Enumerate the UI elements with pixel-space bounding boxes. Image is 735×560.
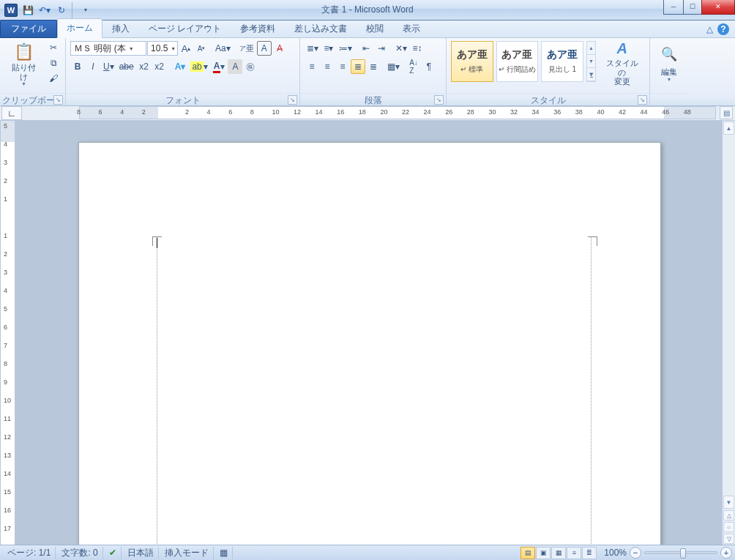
zoom-slider[interactable]	[644, 551, 717, 554]
scroll-more-icon[interactable]: ▼̲	[587, 68, 596, 81]
scroll-up-icon[interactable]: ▲	[587, 42, 596, 55]
underline-icon[interactable]: U▾	[101, 59, 116, 74]
view-draft-icon[interactable]: ≣	[582, 547, 597, 559]
align-left-icon[interactable]: ≡	[305, 59, 319, 74]
superscript-icon[interactable]: x2	[152, 59, 167, 74]
enclose-characters-icon[interactable]: ㊑	[243, 59, 258, 74]
shrink-font-icon[interactable]: A▾	[194, 41, 209, 56]
character-shading-icon[interactable]: A	[228, 59, 242, 74]
zoom-level[interactable]: 100%	[604, 548, 627, 558]
grow-font-icon[interactable]: A▴	[179, 41, 193, 56]
style-no-spacing[interactable]: あア亜 ↵ 行間詰め	[496, 41, 539, 82]
close-button[interactable]: ✕	[701, 0, 735, 15]
italic-icon[interactable]: I	[86, 59, 100, 74]
editing-button[interactable]: 🔍 編集 ▼	[654, 40, 684, 89]
tab-insert[interactable]: 挿入	[102, 19, 139, 38]
view-print-layout-icon[interactable]: ▤	[521, 547, 535, 559]
font-size-select[interactable]: 10.5▼	[147, 41, 178, 56]
paste-button[interactable]: 📋 貼り付け ▼	[4, 40, 43, 89]
group-font-label: フォント↘	[66, 93, 299, 105]
cut-icon[interactable]: ✂	[46, 40, 61, 55]
undo-icon[interactable]: ↶▾	[37, 2, 53, 18]
document-area[interactable]	[15, 121, 722, 545]
format-painter-icon[interactable]: 🖌	[46, 71, 61, 86]
font-name-select[interactable]: ＭＳ 明朝 (本▼	[70, 41, 146, 56]
bullets-icon[interactable]: ≣▾	[305, 41, 321, 56]
font-color-icon[interactable]: A▾	[211, 59, 228, 74]
ribbon-collapse-icon[interactable]: △	[706, 24, 713, 34]
ruler-toggle-icon[interactable]: ▤	[720, 106, 733, 119]
tab-file[interactable]: ファイル	[0, 20, 57, 38]
status-word-count[interactable]: 文字数: 0	[57, 547, 102, 559]
status-proofing[interactable]: ✔	[105, 547, 122, 559]
status-insert-mode[interactable]: 挿入モード	[160, 547, 214, 559]
tab-review[interactable]: 校閲	[357, 19, 393, 38]
bold-icon[interactable]: B	[70, 59, 85, 74]
align-right-icon[interactable]: ≡	[335, 59, 350, 74]
align-center-icon[interactable]: ≡	[320, 59, 335, 74]
character-border-icon[interactable]: A	[257, 41, 272, 56]
phonetic-guide-icon[interactable]: ア亜	[237, 41, 256, 56]
browse-object-icon[interactable]: ○	[723, 522, 734, 532]
tab-references[interactable]: 参考資料	[231, 19, 285, 38]
status-language[interactable]: 日本語	[123, 547, 159, 559]
redo-icon[interactable]: ↻	[53, 2, 70, 18]
view-full-screen-icon[interactable]: ▣	[536, 547, 551, 559]
editing-dropdown-icon: ▼	[667, 77, 672, 82]
vertical-scrollbar[interactable]: ▲ ▼ △ ○ ▽	[722, 121, 735, 545]
tab-view[interactable]: 表示	[393, 19, 430, 38]
sort-icon[interactable]: A↓Z	[406, 59, 421, 74]
styles-launcher-icon[interactable]: ↘	[638, 95, 647, 105]
scroll-track[interactable]	[723, 135, 735, 495]
save-icon[interactable]: 💾	[20, 2, 36, 18]
distributed-icon[interactable]: ≣	[366, 59, 381, 74]
zoom-out-button[interactable]: −	[630, 547, 641, 559]
line-spacing-icon[interactable]: ≡↕	[410, 41, 425, 56]
change-case-icon[interactable]: Aa▾	[213, 41, 233, 56]
view-web-layout-icon[interactable]: ▦	[551, 547, 566, 559]
status-page[interactable]: ページ: 1/1	[3, 547, 56, 559]
help-icon[interactable]: ?	[717, 23, 729, 35]
zoom-thumb[interactable]	[680, 548, 686, 559]
strikethrough-icon[interactable]: abe	[117, 59, 136, 74]
style-normal[interactable]: あア亜 ↵ 標準	[451, 41, 493, 82]
scroll-down-icon[interactable]: ▼	[587, 55, 596, 68]
paragraph-launcher-icon[interactable]: ↘	[434, 95, 444, 105]
prev-page-icon[interactable]: △	[723, 510, 734, 520]
clear-formatting-icon[interactable]: A̶	[272, 41, 287, 56]
view-outline-icon[interactable]: ≡	[567, 547, 581, 559]
increase-indent-icon[interactable]: ⇥	[374, 41, 389, 56]
clipboard-launcher-icon[interactable]: ↘	[53, 95, 63, 105]
tab-selector[interactable]: ∟	[1, 106, 22, 120]
zoom-in-button[interactable]: +	[720, 547, 732, 559]
show-marks-icon[interactable]: ¶	[422, 59, 436, 74]
decrease-indent-icon[interactable]: ⇤	[359, 41, 373, 56]
tab-mailings[interactable]: 差し込み文書	[285, 19, 357, 38]
qat-customize-icon[interactable]: ▾	[78, 2, 94, 18]
text-direction-icon[interactable]: ✕▾	[393, 41, 409, 56]
multilevel-list-icon[interactable]: ≔▾	[337, 41, 354, 56]
numbering-icon[interactable]: ≡▾	[321, 41, 336, 56]
tab-page-layout[interactable]: ページ レイアウト	[139, 19, 231, 38]
copy-icon[interactable]: ⧉	[46, 56, 61, 70]
next-page-icon[interactable]: ▽	[723, 534, 734, 544]
page[interactable]	[78, 142, 661, 545]
vertical-ruler[interactable]: 543211234567891011121314151617	[1, 121, 15, 545]
font-launcher-icon[interactable]: ↘	[288, 95, 297, 105]
group-styles-label: スタイル↘	[447, 93, 649, 105]
highlight-icon[interactable]: ab▾	[188, 59, 209, 74]
change-styles-button[interactable]: A スタイルの 変更	[599, 38, 645, 86]
status-macro[interactable]: ▦	[215, 547, 233, 559]
tab-home[interactable]: ホーム	[57, 18, 102, 38]
minimize-button[interactable]: ─	[663, 0, 684, 15]
scroll-down-icon[interactable]: ▼	[723, 496, 734, 509]
style-heading1[interactable]: あア亜 見出し 1	[541, 41, 583, 82]
maximize-button[interactable]: ☐	[683, 0, 702, 15]
scroll-up-icon[interactable]: ▲	[723, 122, 734, 135]
shading-icon[interactable]: ▦▾	[385, 59, 402, 74]
horizontal-ruler[interactable]: 8642246810121416182022242628303234363840…	[79, 106, 716, 119]
style-gallery-scroll[interactable]: ▲ ▼ ▼̲	[586, 41, 597, 82]
justify-icon[interactable]: ≣	[351, 59, 365, 74]
subscript-icon[interactable]: x2	[137, 59, 152, 74]
text-effects-icon[interactable]: A▾	[173, 59, 188, 74]
